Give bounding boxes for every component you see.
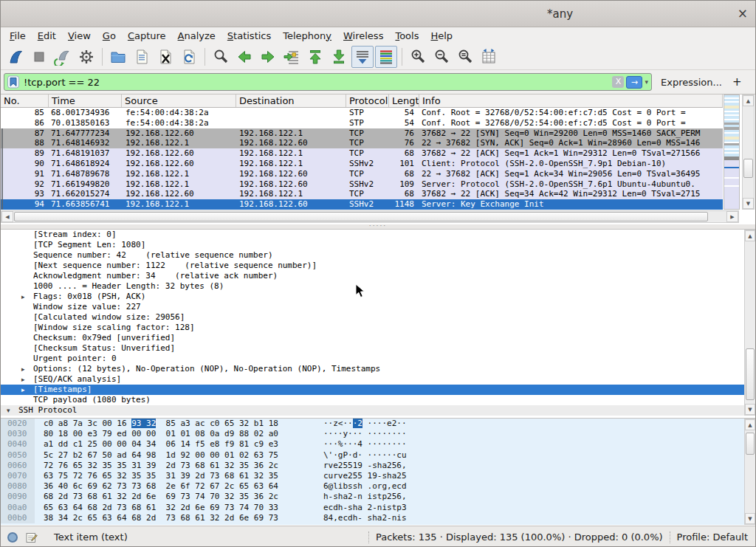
hex-bytes[interactable]: 38 34 2c 65 63 64 68 2d 73 68 61 32 2d 6… bbox=[44, 513, 278, 523]
hex-bytes[interactable]: 68 2d 73 68 61 32 2d 6e 69 73 74 70 32 3… bbox=[44, 492, 278, 502]
hex-row-00a0[interactable]: 00a065 63 64 68 2d 73 68 61 32 2d 6e 69 … bbox=[1, 503, 755, 513]
menu-help[interactable]: Help bbox=[425, 29, 458, 43]
detail-row[interactable]: [Window size scaling factor: 128] bbox=[1, 323, 755, 333]
hex-row-00b0[interactable]: 00b038 34 2c 65 63 64 68 2d 73 68 61 32 … bbox=[1, 513, 755, 523]
hex-row-0080[interactable]: 008036 40 6c 69 62 73 73 68 2e 6f 72 67 … bbox=[1, 481, 755, 492]
packet-row-87[interactable]: 8771.647777234192.168.122.60192.168.122.… bbox=[1, 128, 723, 139]
zoom-in-button[interactable] bbox=[407, 46, 429, 68]
hex-bytes[interactable]: 65 63 64 68 2d 73 68 61 32 2d 6e 69 73 7… bbox=[44, 503, 278, 513]
detail-row[interactable]: ▸Options: (12 bytes), No-Operation (NOP)… bbox=[1, 364, 755, 374]
display-filter-input[interactable]: !tcp.port == 22 X → ▾ bbox=[4, 73, 652, 91]
hex-row-0070[interactable]: 007063 75 72 76 65 32 35 35 31 39 2d 73 … bbox=[1, 471, 755, 481]
expert-info-icon[interactable] bbox=[7, 532, 18, 543]
menu-analyze[interactable]: Analyze bbox=[172, 29, 221, 43]
detail-row[interactable]: ▾SSH Protocol bbox=[1, 405, 755, 416]
menu-capture[interactable]: Capture bbox=[122, 29, 172, 43]
close-window-button[interactable]: × bbox=[738, 6, 748, 21]
scroll-down-arrow[interactable]: ▼ bbox=[743, 198, 754, 209]
resize-columns-button[interactable] bbox=[478, 46, 500, 68]
detail-row[interactable]: Acknowledgment number: 34 (relative ack … bbox=[1, 271, 755, 281]
hex-ascii[interactable]: 6@libssh .org,ecd bbox=[323, 481, 407, 492]
hex-row-0060[interactable]: 006072 76 65 32 35 35 31 39 2d 73 68 61 … bbox=[1, 461, 755, 471]
capture-options-button[interactable] bbox=[75, 46, 97, 68]
save-file-button[interactable] bbox=[131, 46, 153, 68]
hex-bytes[interactable]: 5c 27 b2 67 50 ad 64 98 1d 92 00 00 01 0… bbox=[44, 450, 278, 461]
packet-list-vscrollbar[interactable]: ▲ ▼ bbox=[742, 94, 755, 210]
detail-row[interactable]: TCP payload (1080 bytes) bbox=[1, 395, 755, 405]
packet-row-92[interactable]: 9271.661949820192.168.122.1192.168.122.6… bbox=[1, 179, 723, 190]
expand-arrow-icon[interactable]: ▸ bbox=[21, 385, 25, 395]
menu-file[interactable]: File bbox=[4, 29, 32, 43]
menu-wireless[interactable]: Wireless bbox=[337, 29, 389, 43]
filter-expression-text[interactable]: !tcp.port == 22 bbox=[24, 77, 612, 88]
hex-bytes[interactable]: 80 18 00 e3 79 ed 00 00 01 01 08 0a d9 8… bbox=[44, 429, 278, 439]
bytes-scroll-down-arrow[interactable]: ▼ bbox=[745, 513, 755, 524]
add-filter-button[interactable]: + bbox=[732, 75, 742, 89]
detail-row[interactable]: ▸Flags: 0x018 (PSH, ACK) bbox=[1, 292, 755, 302]
packet-row-93[interactable]: 9371.662015274192.168.122.60192.168.122.… bbox=[1, 189, 723, 199]
hex-row-0090[interactable]: 009068 2d 73 68 61 32 2d 6e 69 73 74 70 … bbox=[1, 492, 755, 502]
column-header-protocol[interactable]: Protocol bbox=[346, 94, 389, 107]
detail-row[interactable]: ▸[Timestamps] bbox=[1, 385, 755, 395]
detail-row[interactable]: [TCP Segment Len: 1080] bbox=[1, 240, 755, 250]
collapse-arrow-icon[interactable]: ▾ bbox=[7, 405, 10, 416]
start-capture-button[interactable] bbox=[4, 46, 27, 68]
restart-capture-button[interactable] bbox=[52, 46, 74, 68]
column-header-source[interactable]: Source bbox=[122, 94, 236, 107]
menu-tools[interactable]: Tools bbox=[389, 29, 425, 43]
hex-ascii[interactable]: ecdh-sha 2-nistp3 bbox=[323, 503, 407, 513]
packet-row-88[interactable]: 8871.648146932192.168.122.1192.168.122.6… bbox=[1, 138, 723, 148]
menu-go[interactable]: Go bbox=[97, 29, 122, 43]
go-back-button[interactable] bbox=[233, 46, 255, 68]
expand-arrow-icon[interactable]: ▸ bbox=[21, 292, 25, 302]
packet-list-hscrollbar[interactable]: ◀ ▶ bbox=[1, 210, 739, 223]
hex-row-0050[interactable]: 00505c 27 b2 67 50 ad 64 98 1d 92 00 00 … bbox=[1, 450, 755, 461]
scroll-left-arrow[interactable]: ◀ bbox=[1, 211, 13, 222]
zoom-reset-button[interactable] bbox=[454, 46, 476, 68]
detail-row[interactable]: [Stream index: 0] bbox=[1, 230, 755, 240]
filter-history-dropdown[interactable]: ▾ bbox=[645, 78, 648, 86]
zoom-out-button[interactable] bbox=[430, 46, 453, 68]
expression-button[interactable]: Expression... bbox=[661, 77, 722, 88]
hex-row-0030[interactable]: 003080 18 00 e3 79 ed 00 00 01 01 08 0a … bbox=[1, 429, 755, 439]
expand-arrow-icon[interactable]: ▸ bbox=[21, 364, 25, 374]
packet-row-85[interactable]: 8568.001734936fe:54:00:d4:38:2aSTP54Conf… bbox=[1, 108, 723, 118]
intelligent-scrollbar-minimap[interactable] bbox=[724, 94, 740, 210]
hex-ascii[interactable]: curve255 19-sha25 bbox=[323, 471, 407, 481]
hex-row-0040[interactable]: 0040a1 dd c1 25 00 00 04 34 06 14 f5 e8 … bbox=[1, 439, 755, 450]
open-file-button[interactable] bbox=[107, 46, 129, 68]
hex-ascii[interactable]: ····y··· ········ bbox=[323, 429, 407, 439]
clear-filter-button[interactable]: X bbox=[612, 76, 624, 88]
apply-filter-button[interactable]: → bbox=[626, 76, 642, 89]
hex-bytes[interactable]: 36 40 6c 69 62 73 73 68 2e 6f 72 67 2c 6… bbox=[44, 481, 278, 492]
detail-scroll-down-arrow[interactable]: ▼ bbox=[745, 404, 755, 415]
reload-file-button[interactable] bbox=[178, 46, 200, 68]
column-header-length[interactable]: Length bbox=[389, 94, 419, 107]
profile-status[interactable]: Profile: Default bbox=[677, 531, 748, 543]
column-header-time[interactable]: Time bbox=[49, 94, 122, 107]
packet-row-89[interactable]: 8971.648191037192.168.122.60192.168.122.… bbox=[1, 148, 723, 159]
menu-telephony[interactable]: Telephony bbox=[277, 29, 337, 43]
detail-row[interactable]: ▸[SEQ/ACK analysis] bbox=[1, 374, 755, 385]
packet-list-header[interactable]: No.TimeSourceDestinationProtocolLengthIn… bbox=[1, 94, 723, 108]
hex-row-0020[interactable]: 0020c0 a8 7a 3c 00 16 93 32 85 a3 ac c0 … bbox=[1, 419, 755, 429]
hex-bytes[interactable]: a1 dd c1 25 00 00 04 34 06 14 f5 e8 f9 8… bbox=[44, 439, 278, 450]
hex-ascii[interactable]: h-sha2-n istp256, bbox=[323, 492, 407, 502]
column-header-info[interactable]: Info bbox=[419, 94, 723, 107]
packet-row-90[interactable]: 9071.648618924192.168.122.60192.168.122.… bbox=[1, 159, 723, 169]
hex-bytes[interactable]: 72 76 65 32 35 35 31 39 2d 73 68 61 32 3… bbox=[44, 461, 278, 471]
detail-row[interactable]: [Checksum Status: Unverified] bbox=[1, 343, 755, 354]
menu-statistics[interactable]: Statistics bbox=[221, 29, 277, 43]
scroll-right-arrow[interactable]: ▶ bbox=[726, 211, 738, 222]
hscroll-thumb[interactable] bbox=[14, 212, 708, 221]
hex-ascii[interactable]: rve25519 -sha256, bbox=[323, 461, 407, 471]
detail-vscrollbar[interactable]: ▲ ▼ bbox=[744, 230, 756, 416]
expand-arrow-icon[interactable]: ▸ bbox=[36, 416, 40, 416]
hex-bytes[interactable]: 63 75 72 76 65 32 35 35 31 39 2d 73 68 6… bbox=[44, 471, 278, 481]
column-header-no[interactable]: No. bbox=[1, 94, 49, 107]
packet-row-91[interactable]: 9171.648789678192.168.122.1192.168.122.6… bbox=[1, 169, 723, 179]
detail-row[interactable]: ▸SSH Version 2 (encryption:chacha20-poly… bbox=[1, 416, 755, 416]
hex-ascii[interactable]: ··z<···2 ····e2·· bbox=[323, 419, 407, 429]
detail-vscroll-thumb[interactable] bbox=[746, 348, 755, 400]
bytes-vscroll-thumb[interactable] bbox=[746, 433, 755, 455]
